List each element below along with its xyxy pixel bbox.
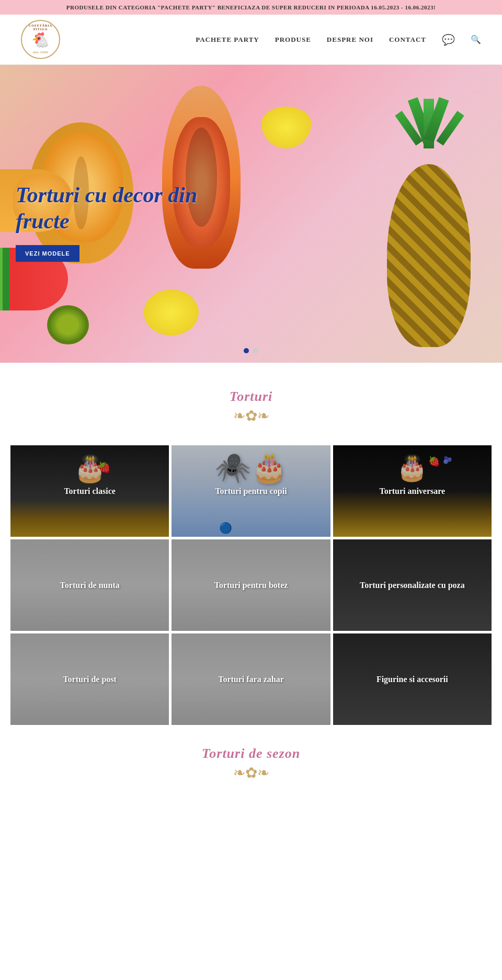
logo[interactable]: COFETĂRIAPITIGO 🐔 din 1996 bbox=[21, 20, 60, 59]
card-torturi-clasice[interactable]: 🎂 🍓 Torturi clasice bbox=[10, 445, 169, 537]
kiwi-decoration bbox=[47, 305, 89, 344]
hero-background: Torturi cu decor din fructe VEZI MODELE bbox=[0, 65, 502, 363]
nav-contact[interactable]: CONTACT bbox=[389, 36, 426, 44]
hero-slider: Torturi cu decor din fructe VEZI MODELE bbox=[0, 65, 502, 363]
card-overlay-fara-zahar: Torturi fara zahar bbox=[172, 633, 330, 725]
card-label-botez: Torturi pentru botez bbox=[209, 577, 293, 594]
header: COFETĂRIAPITIGO 🐔 din 1996 PACHETE PARTY… bbox=[0, 15, 502, 65]
torturi-ornament: ❧✿❧ bbox=[10, 407, 492, 424]
top-banner: PRODUSELE DIN CATEGORIA "PACHETE PARTY" … bbox=[0, 0, 502, 15]
card-torturi-fara-zahar[interactable]: Torturi fara zahar bbox=[172, 633, 330, 725]
logo-year: din 1996 bbox=[33, 50, 48, 54]
main-nav: PACHETE PARTY PRODUSE DESPRE NOI CONTACT… bbox=[196, 33, 481, 46]
nav-despre-noi[interactable]: DESPRE NOI bbox=[327, 36, 373, 44]
card-torturi-post[interactable]: Torturi de post bbox=[10, 633, 169, 725]
card-overlay-personalizate: Torturi personalizate cu poza bbox=[333, 539, 492, 631]
search-icon[interactable]: 🔍 bbox=[471, 34, 481, 44]
bottom-space bbox=[0, 808, 502, 818]
card-torturi-personalizate[interactable]: Torturi personalizate cu poza bbox=[333, 539, 492, 631]
card-torturi-nunta[interactable]: Torturi de nunta bbox=[10, 539, 169, 631]
card-overlay-clasice: Torturi clasice bbox=[10, 445, 169, 537]
card-overlay-botez: Torturi pentru botez bbox=[172, 539, 330, 631]
torturi-section-title: Torturi bbox=[10, 389, 492, 405]
logo-brand: COFETĂRIAPITIGO bbox=[29, 24, 52, 31]
hero-content: Torturi cu decor din fructe VEZI MODELE bbox=[16, 182, 214, 262]
card-label-aniversare: Torturi aniversare bbox=[374, 482, 450, 500]
hero-title: Torturi cu decor din fructe bbox=[16, 182, 214, 235]
card-overlay-aniversare: Torturi aniversare bbox=[333, 445, 492, 537]
card-overlay-post: Torturi de post bbox=[10, 633, 169, 725]
nav-produse[interactable]: PRODUSE bbox=[275, 36, 311, 44]
card-label-post: Torturi de post bbox=[58, 671, 122, 688]
torturi-section-header: Torturi ❧✿❧ bbox=[0, 363, 502, 435]
card-label-nunta: Torturi de nunta bbox=[55, 577, 125, 594]
hero-cta-button[interactable]: VEZI MODELE bbox=[16, 245, 79, 262]
logo-bird-icon: 🐔 bbox=[29, 31, 52, 50]
slider-dots bbox=[244, 348, 258, 353]
card-torturi-aniversare[interactable]: 🎂 🍓 🫐 Torturi aniversare bbox=[333, 445, 492, 537]
torturi-sezon-title: Torturi de sezon bbox=[10, 746, 492, 762]
pineapple bbox=[382, 96, 476, 347]
card-overlay-figurine: Figurine si accesorii bbox=[333, 633, 492, 725]
card-torturi-copii[interactable]: 🕷️🎂 🔵 Torturi pentru copii bbox=[172, 445, 330, 537]
logo-circle: COFETĂRIAPITIGO 🐔 din 1996 bbox=[21, 20, 60, 59]
slider-dot-1[interactable] bbox=[244, 348, 249, 353]
card-overlay-copii: Torturi pentru copii bbox=[172, 445, 330, 537]
product-grid: 🎂 🍓 Torturi clasice 🕷️🎂 🔵 Torturi pentru… bbox=[0, 435, 502, 730]
card-label-figurine: Figurine si accesorii bbox=[371, 671, 453, 688]
nav-pachete-party[interactable]: PACHETE PARTY bbox=[196, 36, 259, 44]
card-label-clasice: Torturi clasice bbox=[59, 482, 121, 500]
card-overlay-nunta: Torturi de nunta bbox=[10, 539, 169, 631]
torturi-sezon-section: Torturi de sezon ❧✿❧ bbox=[0, 730, 502, 808]
logo-inner: COFETĂRIAPITIGO 🐔 din 1996 bbox=[29, 24, 52, 55]
torturi-sezon-ornament: ❧✿❧ bbox=[10, 764, 492, 781]
lemon-top bbox=[261, 107, 311, 148]
card-label-copii: Torturi pentru copii bbox=[210, 482, 292, 500]
card-label-fara-zahar: Torturi fara zahar bbox=[213, 671, 289, 688]
card-figurine-accesorii[interactable]: Figurine si accesorii bbox=[333, 633, 492, 725]
card-label-personalizate: Torturi personalizate cu poza bbox=[355, 577, 470, 594]
card-torturi-botez[interactable]: Torturi pentru botez bbox=[172, 539, 330, 631]
lemon-bottom bbox=[144, 290, 199, 336]
slider-dot-2[interactable] bbox=[253, 348, 258, 353]
whatsapp-icon[interactable]: 💬 bbox=[442, 33, 455, 46]
